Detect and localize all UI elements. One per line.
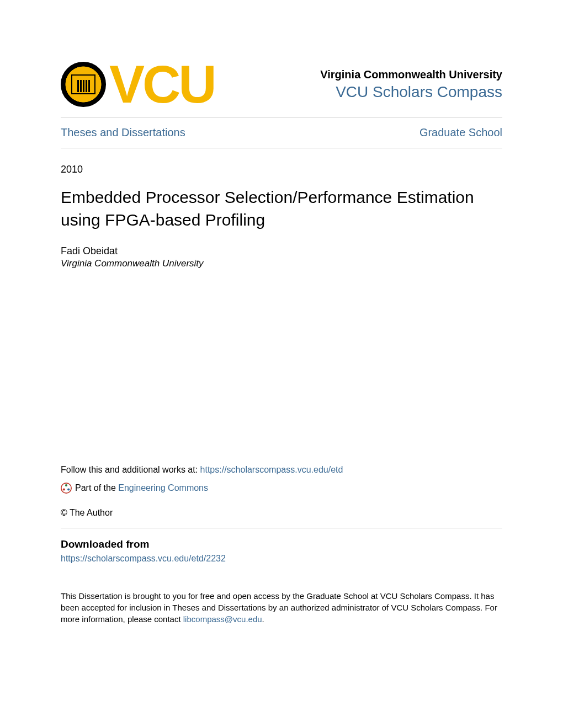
page-title: Embedded Processor Selection/Performance… (61, 186, 502, 231)
nav-row: Theses and Dissertations Graduate School (61, 117, 502, 148)
downloaded-from-heading: Downloaded from (61, 538, 502, 550)
institution-name: Virginia Commonwealth University (320, 68, 502, 81)
theses-dissertations-link[interactable]: Theses and Dissertations (61, 126, 185, 139)
network-icon (61, 483, 72, 494)
divider (61, 148, 502, 148)
follow-prefix: Follow this and additional works at: (61, 465, 200, 474)
university-seal-icon (61, 62, 106, 107)
footer-text: This Dissertation is brought to you for … (61, 590, 502, 625)
part-of-prefix: Part of the (75, 483, 118, 493)
download-url-link[interactable]: https://scholarscompass.vcu.edu/etd/2232 (61, 554, 502, 564)
institution-block: Virginia Commonwealth University VCU Sch… (320, 68, 502, 101)
scholars-compass-link[interactable]: VCU Scholars Compass (320, 83, 502, 101)
footer-text-body: This Dissertation is brought to you for … (61, 591, 497, 624)
follow-line: Follow this and additional works at: htt… (61, 465, 502, 475)
engineering-commons-link[interactable]: Engineering Commons (118, 483, 208, 493)
copyright-text: © The Author (61, 508, 502, 518)
follow-url-link[interactable]: https://scholarscompass.vcu.edu/etd (200, 465, 343, 474)
svg-point-1 (65, 484, 67, 486)
publication-year: 2010 (61, 164, 502, 175)
divider (61, 528, 502, 528)
svg-point-3 (67, 489, 70, 491)
part-of-text: Part of the Engineering Commons (75, 483, 208, 493)
vcu-logo-text: VCU (109, 61, 215, 108)
author-name: Fadi Obeidat (61, 245, 502, 257)
logo-block: VCU (61, 61, 215, 108)
author-affiliation: Virginia Commonwealth University (61, 258, 502, 269)
footer-text-suffix: . (262, 614, 264, 624)
svg-point-2 (63, 489, 65, 491)
contact-email-link[interactable]: libcompass@vcu.edu (183, 614, 262, 624)
graduate-school-link[interactable]: Graduate School (419, 126, 502, 139)
header-row: VCU Virginia Commonwealth University VCU… (61, 61, 502, 108)
part-of-row: Part of the Engineering Commons (61, 483, 502, 494)
